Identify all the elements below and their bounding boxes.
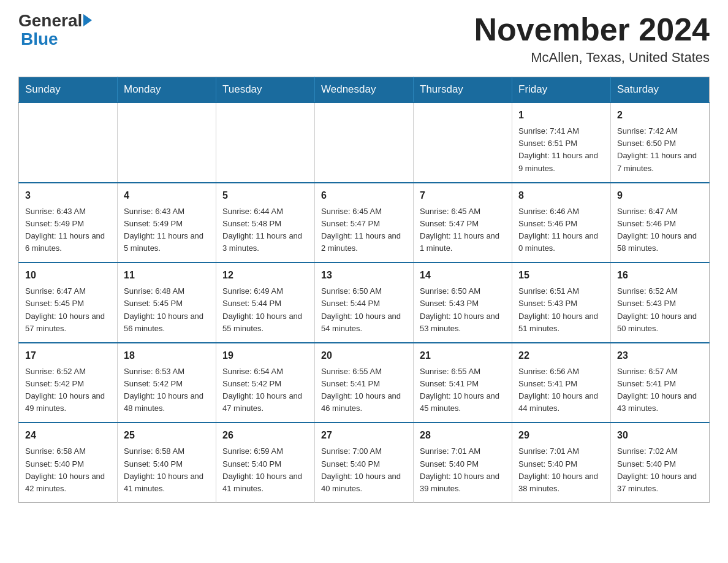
month-title: November 2024	[474, 12, 710, 47]
day-number: 12	[222, 268, 308, 283]
logo: General Blue	[18, 12, 92, 49]
day-info: Sunrise: 6:58 AMSunset: 5:40 PMDaylight:…	[25, 445, 111, 495]
day-number: 2	[617, 108, 703, 123]
day-number: 1	[518, 108, 604, 123]
day-number: 13	[321, 268, 407, 283]
day-info: Sunrise: 6:58 AMSunset: 5:40 PMDaylight:…	[124, 445, 210, 495]
day-number: 19	[222, 348, 308, 363]
day-info: Sunrise: 6:47 AMSunset: 5:46 PMDaylight:…	[617, 205, 703, 255]
table-row: 15Sunrise: 6:51 AMSunset: 5:43 PMDayligh…	[512, 262, 611, 343]
table-row: 4Sunrise: 6:43 AMSunset: 5:49 PMDaylight…	[118, 183, 216, 263]
day-number: 15	[518, 268, 604, 283]
header: General Blue November 2024 McAllen, Texa…	[18, 12, 710, 66]
day-info: Sunrise: 7:41 AMSunset: 6:51 PMDaylight:…	[518, 125, 604, 175]
table-row: 3Sunrise: 6:43 AMSunset: 5:49 PMDaylight…	[19, 183, 118, 263]
day-info: Sunrise: 7:01 AMSunset: 5:40 PMDaylight:…	[420, 445, 506, 495]
day-number: 26	[222, 428, 308, 443]
day-info: Sunrise: 6:53 AMSunset: 5:42 PMDaylight:…	[124, 366, 210, 415]
day-info: Sunrise: 6:57 AMSunset: 5:41 PMDaylight:…	[617, 366, 703, 415]
location-title: McAllen, Texas, United States	[474, 50, 710, 66]
header-sunday: Sunday	[19, 77, 118, 103]
header-wednesday: Wednesday	[315, 77, 414, 103]
day-number: 3	[25, 188, 111, 203]
day-info: Sunrise: 6:43 AMSunset: 5:49 PMDaylight:…	[124, 205, 210, 255]
table-row: 2Sunrise: 7:42 AMSunset: 6:50 PMDaylight…	[611, 102, 710, 183]
table-row: 27Sunrise: 7:00 AMSunset: 5:40 PMDayligh…	[315, 423, 414, 502]
table-row: 5Sunrise: 6:44 AMSunset: 5:48 PMDaylight…	[216, 183, 315, 263]
day-info: Sunrise: 6:52 AMSunset: 5:43 PMDaylight:…	[617, 285, 703, 335]
table-row: 29Sunrise: 7:01 AMSunset: 5:40 PMDayligh…	[512, 423, 611, 502]
day-info: Sunrise: 6:50 AMSunset: 5:43 PMDaylight:…	[420, 285, 506, 335]
table-row: 6Sunrise: 6:45 AMSunset: 5:47 PMDaylight…	[315, 183, 414, 263]
day-info: Sunrise: 6:56 AMSunset: 5:41 PMDaylight:…	[518, 366, 604, 415]
day-number: 24	[25, 428, 111, 443]
calendar-week-row: 17Sunrise: 6:52 AMSunset: 5:42 PMDayligh…	[19, 343, 710, 423]
day-number: 17	[25, 348, 111, 363]
day-info: Sunrise: 6:51 AMSunset: 5:43 PMDaylight:…	[518, 285, 604, 335]
header-thursday: Thursday	[414, 77, 512, 103]
day-number: 21	[420, 348, 506, 363]
table-row: 11Sunrise: 6:48 AMSunset: 5:45 PMDayligh…	[118, 262, 216, 343]
calendar-week-row: 10Sunrise: 6:47 AMSunset: 5:45 PMDayligh…	[19, 262, 710, 343]
table-row: 12Sunrise: 6:49 AMSunset: 5:44 PMDayligh…	[216, 262, 315, 343]
table-row	[414, 102, 512, 183]
day-info: Sunrise: 6:50 AMSunset: 5:44 PMDaylight:…	[321, 285, 407, 335]
table-row: 1Sunrise: 7:41 AMSunset: 6:51 PMDaylight…	[512, 102, 611, 183]
day-number: 4	[124, 188, 210, 203]
day-number: 9	[617, 188, 703, 203]
day-info: Sunrise: 6:49 AMSunset: 5:44 PMDaylight:…	[222, 285, 308, 335]
day-number: 28	[420, 428, 506, 443]
table-row: 18Sunrise: 6:53 AMSunset: 5:42 PMDayligh…	[118, 343, 216, 423]
header-tuesday: Tuesday	[216, 77, 315, 103]
day-number: 6	[321, 188, 407, 203]
day-info: Sunrise: 6:47 AMSunset: 5:45 PMDaylight:…	[25, 285, 111, 335]
day-info: Sunrise: 6:55 AMSunset: 5:41 PMDaylight:…	[420, 366, 506, 415]
calendar-week-row: 3Sunrise: 6:43 AMSunset: 5:49 PMDaylight…	[19, 183, 710, 263]
table-row: 17Sunrise: 6:52 AMSunset: 5:42 PMDayligh…	[19, 343, 118, 423]
table-row: 13Sunrise: 6:50 AMSunset: 5:44 PMDayligh…	[315, 262, 414, 343]
day-number: 14	[420, 268, 506, 283]
table-row	[118, 102, 216, 183]
table-row: 10Sunrise: 6:47 AMSunset: 5:45 PMDayligh…	[19, 262, 118, 343]
day-number: 11	[124, 268, 210, 283]
table-row: 22Sunrise: 6:56 AMSunset: 5:41 PMDayligh…	[512, 343, 611, 423]
day-number: 23	[617, 348, 703, 363]
table-row: 30Sunrise: 7:02 AMSunset: 5:40 PMDayligh…	[611, 423, 710, 502]
day-info: Sunrise: 6:54 AMSunset: 5:42 PMDaylight:…	[222, 366, 308, 415]
weekday-header-row: Sunday Monday Tuesday Wednesday Thursday…	[19, 77, 710, 103]
day-number: 8	[518, 188, 604, 203]
table-row: 28Sunrise: 7:01 AMSunset: 5:40 PMDayligh…	[414, 423, 512, 502]
day-number: 30	[617, 428, 703, 443]
table-row: 14Sunrise: 6:50 AMSunset: 5:43 PMDayligh…	[414, 262, 512, 343]
table-row: 25Sunrise: 6:58 AMSunset: 5:40 PMDayligh…	[118, 423, 216, 502]
day-info: Sunrise: 7:02 AMSunset: 5:40 PMDaylight:…	[617, 445, 703, 495]
day-info: Sunrise: 6:44 AMSunset: 5:48 PMDaylight:…	[222, 205, 308, 255]
day-info: Sunrise: 6:59 AMSunset: 5:40 PMDaylight:…	[222, 445, 308, 495]
day-info: Sunrise: 7:00 AMSunset: 5:40 PMDaylight:…	[321, 445, 407, 495]
header-monday: Monday	[118, 77, 216, 103]
logo-arrow-icon	[83, 14, 92, 26]
day-info: Sunrise: 7:42 AMSunset: 6:50 PMDaylight:…	[617, 125, 703, 175]
table-row: 21Sunrise: 6:55 AMSunset: 5:41 PMDayligh…	[414, 343, 512, 423]
header-saturday: Saturday	[611, 77, 710, 103]
logo-blue-word: Blue	[18, 29, 58, 49]
day-number: 5	[222, 188, 308, 203]
calendar-week-row: 24Sunrise: 6:58 AMSunset: 5:40 PMDayligh…	[19, 423, 710, 502]
day-info: Sunrise: 6:45 AMSunset: 5:47 PMDaylight:…	[420, 205, 506, 255]
day-info: Sunrise: 6:43 AMSunset: 5:49 PMDaylight:…	[25, 205, 111, 255]
table-row	[216, 102, 315, 183]
day-number: 22	[518, 348, 604, 363]
table-row: 20Sunrise: 6:55 AMSunset: 5:41 PMDayligh…	[315, 343, 414, 423]
table-row	[19, 102, 118, 183]
day-number: 16	[617, 268, 703, 283]
day-number: 27	[321, 428, 407, 443]
day-number: 25	[124, 428, 210, 443]
day-info: Sunrise: 6:46 AMSunset: 5:46 PMDaylight:…	[518, 205, 604, 255]
table-row	[315, 102, 414, 183]
table-row: 7Sunrise: 6:45 AMSunset: 5:47 PMDaylight…	[414, 183, 512, 263]
table-row: 8Sunrise: 6:46 AMSunset: 5:46 PMDaylight…	[512, 183, 611, 263]
logo-text: General	[18, 12, 92, 29]
day-info: Sunrise: 6:45 AMSunset: 5:47 PMDaylight:…	[321, 205, 407, 255]
day-info: Sunrise: 6:55 AMSunset: 5:41 PMDaylight:…	[321, 366, 407, 415]
day-number: 10	[25, 268, 111, 283]
